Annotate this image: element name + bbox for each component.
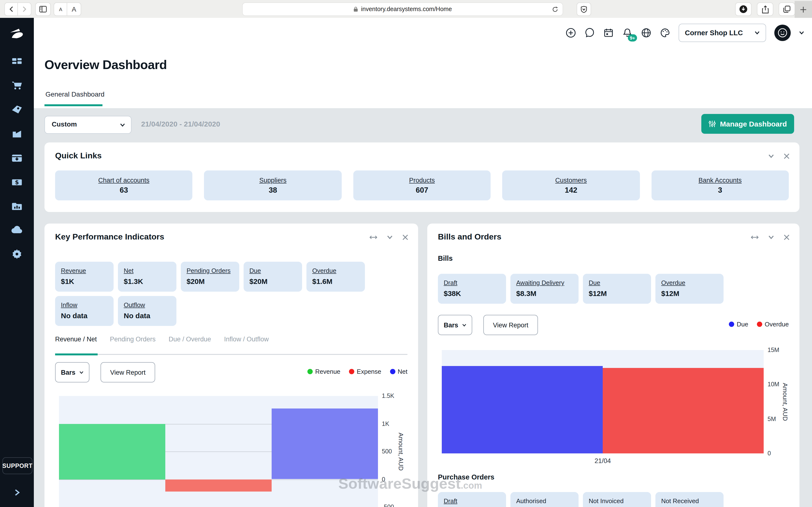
sidebar-toggle-button[interactable]	[35, 2, 51, 16]
quick-link-label[interactable]: Customers	[555, 176, 587, 184]
share-icon	[761, 5, 769, 13]
quick-link-label[interactable]: Chart of accounts	[98, 176, 150, 184]
address-bar[interactable]: inventory.dearsystems.com/Home	[242, 2, 563, 16]
po-chip-draft[interactable]: Draft	[438, 492, 506, 507]
collapse-chevron-icon[interactable]	[768, 154, 774, 158]
chip-label[interactable]: Draft	[444, 497, 500, 505]
bills-chip-due[interactable]: Due$12M	[583, 274, 651, 304]
sidebar-expand-chevron[interactable]	[13, 489, 20, 496]
quick-link-customers[interactable]: Customers142	[502, 170, 640, 201]
collapse-chevron-icon[interactable]	[387, 235, 393, 239]
nav-folder-chart-icon[interactable]	[10, 200, 23, 213]
chip-label[interactable]: Net	[124, 267, 170, 274]
bills-x-tick: 21/04	[442, 457, 764, 464]
extension-button[interactable]	[576, 2, 591, 16]
back-button[interactable]	[4, 2, 18, 16]
po-chip-not-received[interactable]: Not Received	[655, 492, 723, 507]
date-preset-select[interactable]: Custom	[45, 116, 132, 134]
close-icon[interactable]	[402, 234, 408, 240]
refresh-icon[interactable]	[552, 6, 558, 12]
tab-overview-button[interactable]	[779, 2, 795, 16]
chip-label[interactable]: Outflow	[124, 301, 170, 308]
bills-chart-type-select[interactable]: Bars	[438, 315, 472, 335]
chip-label[interactable]: Overdue	[661, 279, 718, 286]
chip-label[interactable]: Draft	[444, 279, 500, 286]
support-button[interactable]: SUPPORT	[2, 457, 33, 474]
text-smaller-button[interactable]: A	[54, 2, 68, 16]
bills-chip-draft[interactable]: Draft$38K	[438, 274, 506, 304]
kpi-chip-due[interactable]: Due$20M	[244, 262, 302, 292]
resize-icon[interactable]	[751, 235, 759, 240]
add-circle-icon[interactable]	[565, 27, 576, 38]
quick-link-products[interactable]: Products607	[353, 170, 491, 201]
palette-icon[interactable]	[660, 27, 670, 38]
downloads-button[interactable]	[735, 2, 752, 16]
tab-pending-orders[interactable]: Pending Orders	[110, 336, 156, 343]
chip-label[interactable]: Due	[249, 267, 296, 274]
chevron-down-icon	[79, 371, 84, 374]
account-chevron-icon[interactable]	[799, 31, 804, 35]
tab-inflow-outflow[interactable]: Inflow / Outflow	[224, 336, 269, 343]
kpi-chip-pending-orders[interactable]: Pending Orders$20M	[181, 262, 239, 292]
chip-label[interactable]: Revenue	[61, 267, 108, 274]
kpi-chart-type-select[interactable]: Bars	[55, 362, 89, 382]
bills-view-report-button[interactable]: View Report	[483, 315, 538, 335]
collapse-chevron-icon[interactable]	[768, 235, 774, 239]
quick-link-label[interactable]: Products	[409, 176, 435, 184]
quick-link-label[interactable]: Bank Accounts	[698, 176, 742, 184]
new-tab-button[interactable]	[795, 1, 812, 18]
kpi-view-report-button[interactable]: View Report	[101, 362, 155, 382]
po-chip-authorised[interactable]: Authorised	[510, 492, 578, 507]
nav-gear-icon[interactable]	[11, 248, 23, 261]
close-icon[interactable]	[783, 234, 790, 240]
chip-label[interactable]: Pending Orders	[187, 267, 234, 274]
manage-dashboard-label: Manage Dashboard	[720, 120, 787, 128]
chip-label[interactable]: Not Invoiced	[589, 497, 645, 505]
org-selector[interactable]: Corner Shop LLC	[678, 24, 766, 42]
kpi-chip-inflow[interactable]: InflowNo data	[55, 296, 114, 326]
chip-label[interactable]: Not Received	[661, 497, 718, 505]
kpi-chip-net[interactable]: Net$1.3K	[118, 262, 176, 292]
bills-axis-title: Amount, AUD	[781, 350, 789, 453]
nav-tag-icon[interactable]	[10, 103, 23, 116]
bills-chip-overdue[interactable]: Overdue$12M	[655, 274, 723, 304]
chat-icon[interactable]	[585, 27, 595, 38]
nav-inbox-download-icon[interactable]	[10, 151, 23, 164]
po-chip-not-invoiced[interactable]: Not Invoiced	[583, 492, 651, 507]
chip-label[interactable]: Inflow	[61, 301, 108, 308]
globe-icon[interactable]	[641, 27, 652, 38]
nav-cart-icon[interactable]	[10, 79, 23, 92]
kpi-chip-outflow[interactable]: OutflowNo data	[118, 296, 176, 326]
nav-factory-icon[interactable]	[11, 127, 23, 140]
tab-general-dashboard[interactable]: General Dashboard	[45, 90, 104, 98]
quick-link-bank-accounts[interactable]: Bank Accounts3	[651, 170, 789, 201]
tab-revenue-net[interactable]: Revenue / Net	[55, 336, 97, 343]
chip-label[interactable]: Overdue	[312, 267, 359, 274]
kpi-chip-overdue[interactable]: Overdue$1.6M	[306, 262, 365, 292]
kpi-chip-revenue[interactable]: Revenue$1K	[55, 262, 114, 292]
nav-dashboard-grid-icon[interactable]	[11, 55, 23, 68]
manage-dashboard-button[interactable]: Manage Dashboard	[701, 114, 794, 134]
avatar[interactable]	[774, 24, 791, 41]
screen: A A inventory.dearsystems.com/Home	[0, 0, 812, 507]
forward-button[interactable]	[17, 2, 32, 16]
nav-banknote-icon[interactable]: $	[10, 175, 23, 188]
bills-chip-awaiting-delivery[interactable]: Awaiting Delivery$8.3M	[510, 274, 578, 304]
chip-label[interactable]: Awaiting Delivery	[516, 279, 573, 286]
sliders-icon	[708, 120, 716, 127]
share-button[interactable]	[757, 2, 773, 16]
dear-logo[interactable]	[8, 27, 26, 41]
chip-label[interactable]: Authorised	[516, 497, 573, 505]
calendar-icon[interactable]	[603, 27, 614, 38]
nav-cloud-icon[interactable]	[10, 223, 24, 237]
date-range-label: 21/04/2020 - 21/04/2020	[141, 120, 220, 128]
close-icon[interactable]	[783, 153, 790, 159]
resize-icon[interactable]	[369, 235, 377, 240]
quick-link-chart-of-accounts[interactable]: Chart of accounts63	[55, 170, 193, 201]
chip-label[interactable]: Due	[589, 279, 645, 286]
quick-link-label[interactable]: Suppliers	[259, 176, 287, 184]
text-larger-button[interactable]: A	[67, 2, 81, 16]
notifications[interactable]: 9+	[622, 27, 633, 38]
quick-link-suppliers[interactable]: Suppliers38	[204, 170, 342, 201]
tab-due-overdue[interactable]: Due / Overdue	[169, 336, 211, 343]
